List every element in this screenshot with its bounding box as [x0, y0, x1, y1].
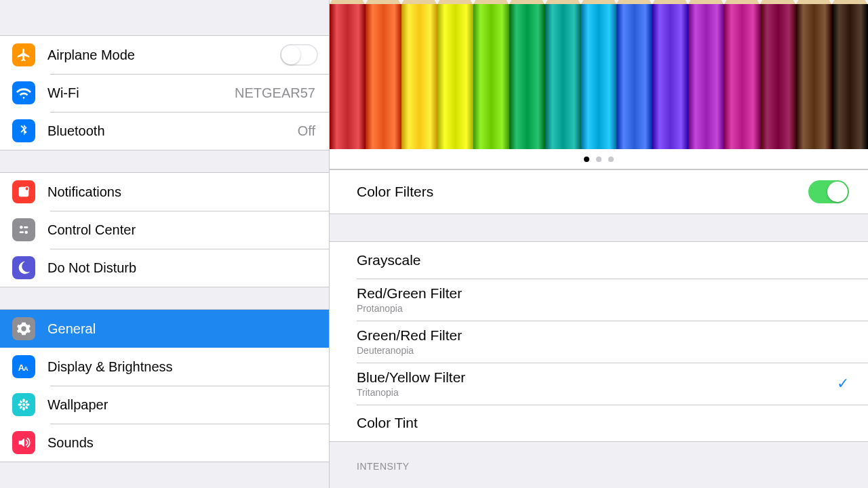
svg-point-2	[20, 226, 23, 229]
sidebar-item-label: Control Center	[47, 222, 318, 238]
page-dot[interactable]	[584, 157, 589, 162]
sidebar-item-value: NETGEAR57	[235, 85, 315, 101]
filter-title: Blue/Yellow Filter	[357, 369, 837, 386]
filter-option[interactable]: Color Tint	[330, 405, 868, 441]
pencil	[688, 0, 724, 149]
sidebar-group-alerts: Notifications Control Center Do Not Dist…	[0, 172, 329, 287]
sidebar-item-label: Do Not Disturb	[47, 260, 318, 276]
svg-point-11	[18, 403, 22, 406]
color-filters-row[interactable]: Color Filters	[330, 170, 868, 214]
filter-title: Color Tint	[357, 415, 849, 431]
color-sample-pencils[interactable]	[330, 0, 868, 149]
svg-point-8	[22, 403, 25, 406]
pencil	[545, 0, 581, 149]
svg-rect-5	[20, 231, 24, 233]
pencil	[616, 0, 652, 149]
sidebar-item-display-brightness[interactable]: AA Display & Brightness	[0, 348, 329, 386]
sidebar-item-notifications[interactable]: Notifications	[0, 173, 329, 211]
search-input[interactable]	[5, 0, 323, 7]
sidebar-item-label: Airplane Mode	[47, 47, 280, 63]
svg-rect-3	[24, 226, 28, 228]
svg-point-16	[19, 405, 22, 409]
sidebar-item-label: Sounds	[47, 435, 318, 451]
sidebar-item-airplane-mode[interactable]: Airplane Mode	[0, 36, 329, 74]
svg-point-1	[25, 187, 29, 191]
filter-options-group: GrayscaleRed/Green FilterProtanopiaGreen…	[330, 241, 868, 442]
filter-option[interactable]: Green/Red FilterDeuteranopia	[330, 321, 868, 363]
sidebar-item-label: Bluetooth	[47, 123, 298, 139]
checkmark-icon: ✓	[837, 375, 849, 392]
sidebar-item-bluetooth[interactable]: Bluetooth Off	[0, 112, 329, 150]
sidebar-group-device: General AA Display & Brightness Wallpape…	[0, 309, 329, 462]
color-filters-toggle[interactable]	[808, 180, 849, 203]
svg-point-12	[26, 403, 30, 406]
svg-point-10	[22, 407, 25, 411]
page-indicator[interactable]	[330, 149, 868, 169]
pencil	[832, 0, 868, 149]
svg-point-13	[19, 400, 22, 403]
wifi-icon	[12, 81, 35, 104]
flower-icon	[12, 393, 35, 416]
filter-option[interactable]: Red/Green FilterProtanopia	[330, 279, 868, 321]
text-size-icon: AA	[12, 355, 35, 378]
sidebar-item-wifi[interactable]: Wi-Fi NETGEAR57	[0, 74, 329, 112]
page-dot[interactable]	[608, 157, 614, 162]
detail-pane: Color Filters GrayscaleRed/Green FilterP…	[330, 0, 868, 488]
pencil	[652, 0, 688, 149]
pencil	[796, 0, 832, 149]
sidebar-item-label: Display & Brightness	[47, 359, 318, 375]
filter-option[interactable]: Blue/Yellow FilterTritanopia✓	[330, 363, 868, 405]
pencil	[581, 0, 617, 149]
sidebar-item-label: Wallpaper	[47, 397, 318, 413]
gear-icon	[12, 317, 35, 340]
sidebar-item-control-center[interactable]: Control Center	[0, 211, 329, 249]
speaker-icon	[12, 431, 35, 454]
color-filters-toggle-group: Color Filters	[330, 169, 868, 214]
filter-option[interactable]: Grayscale	[330, 242, 868, 279]
sidebar-item-do-not-disturb[interactable]: Do Not Disturb	[0, 249, 329, 287]
page-dot[interactable]	[596, 157, 601, 162]
sidebar-item-general[interactable]: General	[0, 310, 329, 348]
svg-text:A: A	[24, 365, 28, 372]
row-title: Color Filters	[357, 184, 808, 200]
svg-point-15	[24, 400, 28, 403]
filter-subtitle: Deuteranopia	[357, 345, 849, 356]
pencil	[330, 0, 366, 149]
control-center-icon	[12, 218, 35, 241]
sidebar-item-sounds[interactable]: Sounds	[0, 424, 329, 462]
svg-point-4	[24, 230, 28, 234]
airplane-icon	[12, 43, 35, 66]
intensity-section-label: INTENSITY	[330, 442, 868, 476]
pencil	[473, 0, 509, 149]
bluetooth-icon	[12, 119, 35, 142]
filter-title: Green/Red Filter	[357, 327, 849, 344]
filter-title: Red/Green Filter	[357, 285, 849, 302]
airplane-mode-toggle[interactable]	[280, 44, 318, 66]
pencil	[401, 0, 437, 149]
svg-point-14	[24, 405, 28, 409]
sidebar-group-connectivity: Airplane Mode Wi-Fi NETGEAR57 Bluetooth …	[0, 35, 329, 150]
settings-sidebar: Airplane Mode Wi-Fi NETGEAR57 Bluetooth …	[0, 0, 330, 488]
filter-subtitle: Protanopia	[357, 303, 849, 314]
pencil	[437, 0, 473, 149]
pencil	[724, 0, 760, 149]
filter-title: Grayscale	[357, 252, 849, 268]
sidebar-item-wallpaper[interactable]: Wallpaper	[0, 386, 329, 424]
notifications-icon	[12, 180, 35, 203]
pencil	[366, 0, 401, 149]
sidebar-item-value: Off	[298, 123, 315, 139]
svg-point-9	[22, 399, 25, 403]
sidebar-item-label: Wi-Fi	[47, 85, 235, 101]
sidebar-item-label: General	[47, 321, 318, 337]
pencil	[760, 0, 796, 149]
sidebar-item-label: Notifications	[47, 184, 318, 200]
pencil	[509, 0, 545, 149]
filter-subtitle: Tritanopia	[357, 387, 837, 398]
moon-icon	[12, 256, 35, 279]
